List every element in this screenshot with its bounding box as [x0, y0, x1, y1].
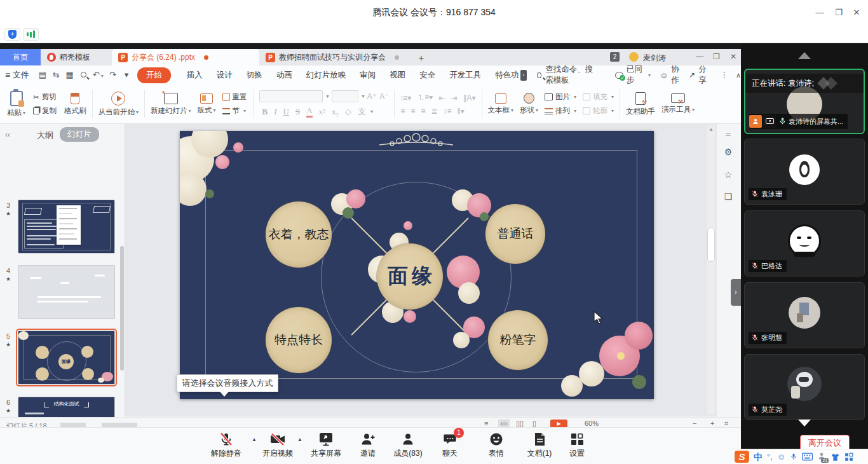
slide-thumbnail-3[interactable] [18, 200, 115, 254]
properties-icon[interactable]: ⚙ [722, 147, 735, 157]
bold-button[interactable]: B [262, 107, 268, 117]
fit-slide-icon[interactable]: ⌗ [724, 420, 728, 427]
slideshow-play-button[interactable]: ▶ [550, 420, 567, 427]
underline-button[interactable]: U [283, 107, 289, 117]
chevron-right-icon[interactable]: › [520, 70, 527, 81]
clear-format-icon[interactable]: ◇ [345, 107, 351, 117]
ime-voice-icon[interactable] [790, 452, 797, 461]
align-center-icon[interactable]: ≡ [411, 107, 416, 116]
tab-slides[interactable]: 幻灯片 [60, 127, 99, 142]
expand-panel-handle[interactable]: › [731, 279, 741, 306]
ime-keyboard-icon[interactable] [802, 453, 813, 461]
wps-restore-icon[interactable]: ❐ [713, 52, 720, 61]
canvas-scrollbar-thumb[interactable] [707, 228, 715, 262]
zoom-out-icon[interactable]: − [693, 420, 696, 427]
menu-features[interactable]: 特色功 [495, 67, 519, 83]
tab-document-2[interactable]: P 教师招聘面试技巧与实训分享会 [259, 49, 410, 65]
subscript-button[interactable]: x₂ [332, 107, 339, 117]
more-quick-icon[interactable]: ▾ [122, 70, 130, 80]
security-shield-icon[interactable] [4, 28, 20, 41]
sogou-logo-icon[interactable]: S [735, 451, 749, 463]
menu-start[interactable]: 开始 [137, 67, 171, 83]
tab-document-active[interactable]: P 分享会 (6.24) .pptx [112, 49, 259, 65]
drag-handle-icon[interactable]: ＝ [722, 129, 735, 140]
collaborate-button[interactable]: ☺ 协作 [660, 64, 681, 86]
unmute-button[interactable]: 解除静音 [201, 432, 252, 459]
menu-design[interactable]: 设计 [217, 67, 233, 83]
collapse-panel-icon[interactable]: ‹‹ [5, 130, 10, 139]
arrange-button[interactable]: 排列▾ [545, 106, 576, 116]
ime-mode-chinese[interactable]: 中 [754, 451, 763, 463]
new-slide-button[interactable]: 新建幻灯片▾ [147, 85, 194, 123]
ime-skin-icon[interactable] [831, 453, 840, 461]
outdent-icon[interactable]: ⇤ [438, 93, 445, 102]
animation-pane-icon[interactable]: ☆ [722, 170, 735, 180]
restore-icon[interactable]: ❐ [830, 6, 848, 20]
topic-circle[interactable]: 粉笔字 [488, 310, 548, 370]
ime-toolbox-icon[interactable] [844, 453, 853, 461]
new-tab-button[interactable]: + [410, 52, 432, 63]
bullet-list-icon[interactable]: ⁝≡▾ [400, 93, 411, 102]
participant-tile[interactable]: 莫芷尧 [744, 354, 865, 420]
menu-security[interactable]: 安全 [419, 67, 435, 83]
superscript-button[interactable]: x² [319, 107, 325, 117]
fill-button[interactable]: 填充▾ [583, 92, 614, 102]
section-button[interactable]: 节▾ [222, 106, 247, 116]
center-circle[interactable]: 面缘 [377, 243, 443, 310]
indent-icon[interactable]: ⇥ [451, 93, 457, 102]
font-increase-icon[interactable]: A⁺ [367, 92, 377, 101]
topic-circle[interactable]: 衣着，教态 [266, 201, 332, 268]
doc-count-badge[interactable]: 2 [610, 52, 620, 62]
menu-animation[interactable]: 动画 [276, 67, 292, 83]
minimize-icon[interactable]: — [811, 6, 829, 20]
collapse-ribbon-icon[interactable]: ∧ [736, 71, 741, 79]
search-command[interactable]: 查找命令、搜索模板 [537, 64, 601, 86]
redo-icon[interactable]: ↷ [109, 70, 117, 80]
menu-slideshow[interactable]: 幻灯片放映 [306, 67, 346, 83]
text-tool-button[interactable]: 支 [358, 106, 366, 118]
scroll-up-icon[interactable]: ▲ [708, 126, 714, 132]
strikethrough-button[interactable]: S [295, 107, 300, 117]
menu-view[interactable]: 视图 [390, 67, 405, 83]
print-icon[interactable]: ▦ [65, 70, 74, 80]
font-color-button[interactable]: A [306, 106, 312, 118]
presentation-slide[interactable]: 衣着，教态 普通话 特点特长 粉笔字 面缘 [180, 131, 654, 399]
ime-account-icon[interactable]: 21 [817, 451, 826, 463]
vip-member-icon[interactable] [629, 52, 639, 62]
participant-tile[interactable]: 袁泳珊 [744, 139, 865, 205]
save-icon[interactable]: ▤ [38, 70, 46, 80]
sync-status[interactable]: 已同步▾ [615, 64, 651, 86]
participant-tile-active[interactable]: 正在讲话: 袁沛诗; 袁沛诗的屏幕共... [744, 69, 865, 134]
preview-icon[interactable] [79, 70, 87, 80]
wps-close-icon[interactable]: ✕ [730, 52, 736, 61]
topic-circle[interactable]: 普通话 [485, 204, 545, 264]
shape-button[interactable]: 形状▾ [517, 85, 541, 123]
slide-thumbnail-5-selected[interactable]: 面缘 [18, 331, 115, 385]
ime-punctuation-icon[interactable]: °, [767, 451, 773, 463]
tab-docer-templates[interactable]: 稻壳模板 [41, 49, 112, 65]
picture-button[interactable]: 图片▾ [545, 92, 576, 102]
play-from-current-button[interactable]: 从当前开始▾ [95, 85, 142, 123]
columns-icon[interactable]: ⫴▾ [458, 107, 465, 116]
topic-circle[interactable]: 特点特长 [266, 307, 332, 373]
wps-minimize-icon[interactable]: — [696, 52, 703, 61]
doc-assistant-button[interactable]: ⚒ 文档助手 [623, 85, 658, 123]
font-decrease-icon[interactable]: A⁻ [379, 92, 388, 101]
tab-home[interactable]: 首页 [0, 49, 41, 65]
settings-button[interactable]: 设置 [552, 432, 602, 459]
menu-transition[interactable]: 切换 [247, 67, 262, 83]
close-icon[interactable]: ✕ [848, 6, 865, 20]
menu-file[interactable]: 文件 [13, 67, 29, 83]
line-spacing-icon[interactable]: ↕≡ [444, 107, 452, 116]
normal-view-icon[interactable]: ▭ [498, 420, 510, 427]
undo-icon[interactable]: ↶▾ [93, 70, 104, 80]
font-name-select[interactable] [259, 90, 323, 102]
more-dots-icon[interactable]: ⋮ [721, 71, 728, 79]
slide-thumbnail-4[interactable] [18, 265, 115, 319]
number-list-icon[interactable]: ⒈≡▾ [417, 92, 433, 103]
tab-outline[interactable]: 大纲 [37, 130, 53, 141]
sorter-view-icon[interactable]: ▯▯ [516, 420, 524, 427]
paste-button[interactable]: 粘贴▾ [4, 91, 29, 118]
layout-button[interactable]: 版式▾ [194, 85, 219, 123]
menu-insert[interactable]: 插入 [187, 67, 203, 83]
